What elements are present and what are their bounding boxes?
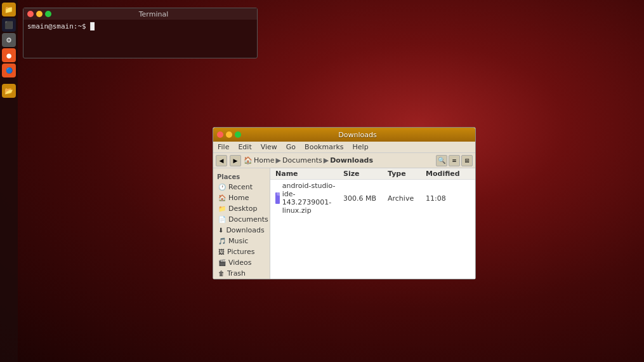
sidebar-item-music[interactable]: 🎵 Music bbox=[213, 236, 270, 246]
taskbar-settings-icon[interactable]: ⚙ bbox=[2, 33, 16, 47]
taskbar-folder-icon[interactable]: 📁 bbox=[2, 3, 16, 17]
sidebar-item-documents[interactable]: 📄 Documents bbox=[213, 214, 270, 225]
breadcrumb-sep2: ▶ bbox=[324, 156, 329, 164]
terminal-body[interactable]: smain@smain:~$ █ bbox=[23, 20, 257, 33]
filemanager-toolbar: ◀ ▶ 🏠 Home ▶ Documents ▶ Downloads 🔍 ≡ ⊞ bbox=[213, 153, 475, 168]
filemanager-titlebar: Downloads bbox=[213, 128, 475, 142]
breadcrumb-documents[interactable]: Documents bbox=[282, 156, 322, 164]
terminal-window: Terminal smain@smain:~$ █ bbox=[23, 8, 258, 58]
taskbar: 📁 ⬛ ⚙ ● 🔵 📂 bbox=[0, 0, 18, 362]
taskbar-terminal-icon[interactable]: ⬛ bbox=[2, 18, 16, 32]
taskbar-ubuntu-icon[interactable]: ● bbox=[2, 48, 16, 62]
sidebar-item-recent[interactable]: 🕐 Recent bbox=[213, 182, 270, 192]
recent-icon: 🕐 bbox=[218, 184, 226, 191]
file-name-cell: android-studio-ide-143.2739001-linux.zip bbox=[275, 182, 343, 215]
terminal-close-button[interactable] bbox=[27, 11, 34, 17]
fm-maximize-button[interactable] bbox=[235, 131, 241, 138]
music-icon: 🎵 bbox=[218, 238, 226, 245]
downloads-icon: ⬇ bbox=[218, 227, 223, 234]
sidebar-item-home[interactable]: 🏠 Home bbox=[213, 192, 270, 203]
terminal-maximize-button[interactable] bbox=[45, 11, 51, 17]
fm-title: Downloads bbox=[244, 131, 471, 139]
fm-menu-file[interactable]: File bbox=[216, 142, 231, 152]
fm-back-button[interactable]: ◀ bbox=[216, 155, 227, 166]
breadcrumb-sep1: ▶ bbox=[275, 156, 280, 164]
sidebar-item-pictures[interactable]: 🖼 Pictures bbox=[213, 246, 270, 257]
fm-menu-help[interactable]: Help bbox=[351, 142, 371, 152]
taskbar-files-icon[interactable]: 📂 bbox=[2, 84, 16, 98]
breadcrumb-downloads[interactable]: Downloads bbox=[330, 156, 373, 164]
terminal-minimize-button[interactable] bbox=[36, 11, 43, 17]
breadcrumb: 🏠 Home ▶ Documents ▶ Downloads bbox=[244, 156, 373, 164]
places-label: Places bbox=[213, 171, 270, 182]
file-size: 300.6 MB bbox=[343, 194, 388, 203]
fm-minimize-button[interactable] bbox=[226, 131, 232, 138]
fm-close-button[interactable] bbox=[217, 131, 223, 138]
breadcrumb-home[interactable]: 🏠 Home bbox=[244, 156, 274, 164]
terminal-titlebar: Terminal bbox=[23, 8, 257, 20]
pictures-icon: 🖼 bbox=[218, 248, 225, 255]
zip-file-icon bbox=[275, 192, 280, 204]
table-row[interactable]: android-studio-ide-143.2739001-linux.zip… bbox=[270, 180, 475, 217]
fm-menu-edit[interactable]: Edit bbox=[236, 142, 253, 152]
sidebar-item-downloads[interactable]: ⬇ Downloads bbox=[213, 225, 270, 236]
file-name: android-studio-ide-143.2739001-linux.zip bbox=[282, 182, 343, 215]
terminal-cursor: █ bbox=[86, 22, 95, 30]
filemanager-body: Places 🕐 Recent 🏠 Home 📁 Desktop 📄 Docum… bbox=[213, 168, 475, 279]
filemanager-content: Name Size Type Modified android-studio-i… bbox=[270, 168, 475, 279]
filemanager-menubar: File Edit View Go Bookmarks Help bbox=[213, 142, 475, 153]
col-modified[interactable]: Modified bbox=[426, 170, 470, 178]
fm-forward-button[interactable]: ▶ bbox=[230, 155, 241, 166]
videos-icon: 🎬 bbox=[218, 259, 226, 266]
filemanager-sidebar: Places 🕐 Recent 🏠 Home 📁 Desktop 📄 Docum… bbox=[213, 168, 270, 279]
fm-search-button[interactable]: 🔍 bbox=[436, 155, 447, 166]
terminal-title: Terminal bbox=[54, 10, 253, 18]
filemanager-window: Downloads File Edit View Go Bookmarks He… bbox=[213, 127, 476, 279]
terminal-prompt: smain@smain:~$ bbox=[27, 22, 86, 30]
fm-menu-go[interactable]: Go bbox=[284, 142, 298, 152]
documents-icon: 📄 bbox=[218, 216, 226, 223]
col-name[interactable]: Name bbox=[275, 170, 343, 178]
column-headers: Name Size Type Modified bbox=[270, 168, 475, 180]
file-type: Archive bbox=[388, 194, 426, 203]
file-modified: 11:08 bbox=[426, 194, 470, 203]
fm-toolbar-right: 🔍 ≡ ⊞ bbox=[436, 155, 473, 166]
col-type[interactable]: Type bbox=[388, 170, 426, 178]
taskbar-browser-icon[interactable]: 🔵 bbox=[2, 64, 16, 77]
sidebar-item-trash[interactable]: 🗑 Trash bbox=[213, 268, 270, 279]
sidebar-item-videos[interactable]: 🎬 Videos bbox=[213, 257, 270, 268]
fm-menu-view[interactable]: View bbox=[259, 142, 279, 152]
fm-menu-bookmarks[interactable]: Bookmarks bbox=[303, 142, 345, 152]
col-size[interactable]: Size bbox=[343, 170, 388, 178]
desktop-icon: 📁 bbox=[218, 205, 226, 212]
trash-icon: 🗑 bbox=[218, 270, 225, 277]
sidebar-item-desktop[interactable]: 📁 Desktop bbox=[213, 203, 270, 214]
home-icon: 🏠 bbox=[244, 156, 253, 164]
fm-grid-view-button[interactable]: ⊞ bbox=[461, 155, 473, 166]
home-sidebar-icon: 🏠 bbox=[218, 194, 226, 201]
fm-list-view-button[interactable]: ≡ bbox=[449, 155, 460, 166]
